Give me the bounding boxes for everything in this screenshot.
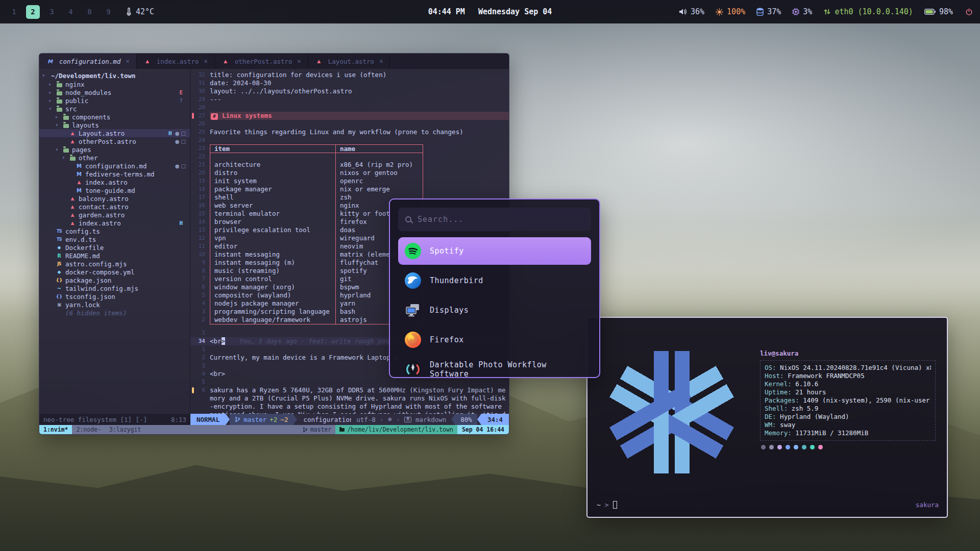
tree-item[interactable]: config.ts — [39, 227, 190, 235]
tree-item-label: layouts — [72, 121, 99, 129]
color-palette — [760, 445, 942, 449]
workspace-button[interactable]: 9 — [102, 5, 115, 19]
cpu-icon — [792, 8, 799, 15]
filetype: markdown — [415, 416, 446, 423]
search-input[interactable]: Search... — [398, 208, 591, 231]
editor-line: 31 date: 2024-08-30 — [190, 79, 509, 87]
tree-item[interactable]: tsconfig.json — [39, 292, 190, 300]
markdown-icon — [75, 162, 83, 169]
launcher-item-firefox[interactable]: Firefox — [398, 326, 591, 354]
table-cell-item: web server — [210, 202, 335, 210]
chevron-icon: ▸ — [49, 90, 55, 95]
none-icon — [55, 309, 63, 316]
cpu-module[interactable]: 3% — [792, 7, 812, 16]
workspace-button[interactable]: 2 — [26, 5, 40, 19]
shell-prompt[interactable]: ~ > — [597, 501, 617, 509]
launcher-item-spotify[interactable]: Spotify — [398, 237, 591, 265]
table-cell-item: vpn — [210, 234, 335, 242]
tree-item[interactable]: fediverse-terms.md — [39, 170, 190, 178]
line-number: 22 — [195, 153, 210, 161]
info-label: Packages: — [765, 396, 803, 404]
tree-item[interactable]: env.d.ts — [39, 235, 190, 243]
launcher-item-thunderbird[interactable]: Thunderbird — [398, 267, 591, 294]
editor-line: 28 — [190, 104, 509, 112]
tab-layout-astro[interactable]: Layout.astro × — [308, 54, 390, 69]
tree-item[interactable]: ▸ components — [39, 113, 190, 121]
line-text: date: 2024-08-30 — [210, 79, 271, 87]
launcher-item-darktable[interactable]: Darktable Photo Workflow Software — [398, 356, 591, 378]
tree-item[interactable]: ▸ node_modules E — [39, 88, 190, 96]
tree-root[interactable]: ▾ ~/Development/liv.town — [39, 71, 190, 80]
system-info: liv@sakura OS: NixOS 24.11.20240828.71e9… — [760, 349, 942, 449]
tree-item[interactable]: README.md — [39, 252, 190, 260]
workspace-button[interactable]: 8 — [83, 5, 96, 19]
tree-item[interactable]: index.astro H — [39, 219, 190, 227]
info-row: WM: sway — [765, 421, 931, 429]
line-number: 15 — [195, 210, 210, 218]
astro-icon — [75, 179, 83, 186]
terminal-cursor — [613, 501, 617, 509]
network-module[interactable]: eth0 (10.0.0.140) — [823, 7, 913, 16]
line-number: 17 — [195, 193, 210, 202]
astro-icon — [68, 219, 77, 227]
statusline: NORMAL master +2 ~2 configuration.md utf… — [190, 414, 509, 425]
tree-item[interactable]: docker-compose.yml — [39, 268, 190, 276]
tab-index-astro[interactable]: index.astro × — [137, 54, 215, 69]
workspace-button[interactable]: 4 — [64, 5, 78, 19]
launcher-item-label: Displays — [430, 306, 469, 315]
tmux-window-nvim[interactable]: 1:nvim* — [39, 425, 72, 434]
close-icon[interactable]: × — [204, 58, 207, 65]
table-cell-item: shell — [210, 193, 335, 202]
tab-otherpost-astro[interactable]: otherPost.astro × — [215, 54, 308, 69]
tree-item-label: otherPost.astro — [79, 138, 136, 145]
close-icon[interactable]: × — [298, 58, 301, 65]
tree-item[interactable]: yarn.lock — [39, 300, 190, 309]
tree-item[interactable]: contact.astro — [39, 203, 190, 211]
tree-item[interactable]: ▾ other — [39, 154, 190, 162]
close-icon[interactable]: × — [126, 58, 129, 65]
launcher-item-displays[interactable]: Displays — [398, 296, 591, 324]
editor-line: 29 --- — [190, 95, 509, 104]
workspace-button[interactable]: 3 — [45, 5, 59, 19]
tree-item[interactable]: ▸ nginx — [39, 80, 190, 88]
tree-item[interactable]: otherPost.astro ● □ — [39, 137, 190, 145]
line-number: 16 — [195, 202, 210, 210]
volume-module[interactable]: 36% — [679, 7, 704, 16]
tree-item[interactable]: balcony.astro — [39, 194, 190, 203]
line-text: layout: ../../layouts/otherPost.astro — [210, 87, 352, 95]
cursor: > — [222, 337, 226, 345]
markdown-icon — [46, 58, 54, 65]
table-header-name: name — [335, 144, 423, 153]
docker-icon — [55, 244, 63, 251]
tmux-window-lazygit[interactable]: 3:lazygit — [105, 425, 145, 434]
tree-item[interactable]: ▾ src — [39, 105, 190, 113]
brightness-module[interactable]: 100% — [716, 7, 745, 16]
battery-module[interactable]: 98% — [924, 7, 953, 16]
tmux-window-node[interactable]: 2:node- — [72, 425, 105, 434]
tree-item[interactable]: configuration.md ● □ — [39, 162, 190, 170]
workspace-button[interactable]: 1 — [7, 5, 21, 19]
line-number: 19 — [195, 177, 210, 185]
tree-item[interactable]: (6 hidden items) — [39, 309, 190, 317]
tree-item[interactable]: Dockerfile — [39, 243, 190, 252]
tree-item[interactable]: ▸ public ? — [39, 96, 190, 105]
tree-item[interactable]: Layout.astro H ● □ — [39, 129, 190, 137]
tree-item[interactable]: garden.astro — [39, 211, 190, 219]
tree-item[interactable]: tone-guide.md — [39, 186, 190, 194]
line-number: 4 — [195, 299, 210, 308]
tree-item[interactable]: ▾ pages — [39, 145, 190, 154]
power-button[interactable] — [965, 8, 973, 16]
markdown-icon — [75, 170, 83, 178]
tree-item[interactable]: tailwind.config.mjs — [39, 284, 190, 292]
tree-item[interactable]: astro.config.mjs — [39, 260, 190, 268]
disk-module[interactable]: 37% — [756, 7, 781, 16]
line-number: 10 — [195, 251, 210, 259]
launcher-list: Spotify Thunderbird Displays Firefox Dar… — [390, 237, 599, 378]
prompt-path: ~ — [597, 501, 601, 509]
tree-item[interactable]: index.astro — [39, 178, 190, 186]
close-icon[interactable]: × — [379, 58, 383, 65]
tab-configuration-md[interactable]: configuration.md × — [39, 54, 137, 69]
info-value: Framework FRANMDCP05 — [788, 372, 865, 380]
tree-item[interactable]: package.json — [39, 276, 190, 284]
tree-item[interactable]: ▾ layouts — [39, 121, 190, 129]
